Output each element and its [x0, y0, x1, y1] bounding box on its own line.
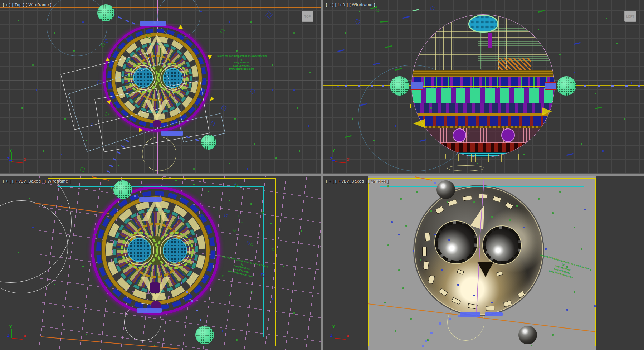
- navy-dot: [200, 11, 202, 12]
- green-dot: [229, 200, 230, 201]
- path-vertex-bead: [358, 85, 360, 87]
- green-dot: [193, 184, 195, 185]
- blue-cluster-south: [460, 312, 480, 317]
- navy-dot: [222, 330, 223, 332]
- trajectory-bead: [434, 182, 436, 184]
- wire-square: [430, 6, 434, 10]
- navy-dot: [416, 191, 418, 193]
- axis-y-label: Y: [332, 325, 335, 329]
- navy-dot: [531, 345, 532, 346]
- green-satellite-sphere: [557, 76, 576, 96]
- viewport-label-flyby-wire[interactable]: [ + ] [ FlyBy_Baked ] [ Wireframe ]: [3, 179, 71, 183]
- green-dot: [309, 72, 311, 73]
- green-dot: [616, 43, 618, 44]
- navy-dot: [420, 259, 421, 261]
- navy-dot: [566, 309, 568, 311]
- wire-circle: [261, 211, 264, 214]
- shaded-satellite-sphere: [436, 180, 455, 199]
- green-dot: [283, 266, 284, 267]
- docking-connector: [545, 82, 556, 90]
- navy-dot: [272, 298, 273, 300]
- wire-square: [80, 167, 85, 172]
- navy-dot: [509, 219, 511, 221]
- green-dot: [430, 107, 432, 109]
- pink-spline-v3: [282, 0, 282, 174]
- path-vertex-bead: [638, 85, 640, 87]
- meteor-dash: [385, 45, 392, 48]
- navy-dot: [308, 125, 309, 127]
- green-dot: [18, 252, 19, 253]
- viewport-label-left[interactable]: [ + ] [ Left ] [ Wireframe ]: [326, 3, 375, 7]
- navy-dot: [584, 209, 586, 210]
- axis-x-label: X: [347, 157, 349, 162]
- navy-dot: [413, 250, 414, 252]
- navy-dot: [293, 89, 295, 91]
- navy-dot: [402, 287, 404, 289]
- green-dot: [236, 50, 238, 52]
- purple-medallion: [453, 128, 466, 142]
- navy-dot: [447, 201, 448, 203]
- green-dot: [297, 107, 298, 109]
- blue-cluster-north: [139, 197, 162, 202]
- meteor-dash: [595, 107, 602, 110]
- viewport-flyby-wireframe[interactable]: [ + ] [ FlyBy_Baked ] [ Wireframe ] Crea…: [0, 176, 321, 350]
- axis-x-label: X: [24, 157, 26, 162]
- world-axis-tripod: Y X Z: [326, 326, 355, 344]
- viewport-label-top[interactable]: [ + ] [ Top ] [ Wireframe ]: [3, 3, 52, 7]
- navy-dot: [434, 234, 436, 235]
- trajectory-bead: [186, 291, 188, 293]
- wire-circle: [250, 243, 253, 246]
- viewport-label-flyby-shaded[interactable]: [ + ] [ FlyBy_Baked ] [ Shaded ]: [326, 179, 389, 183]
- green-satellite-sphere: [97, 4, 114, 21]
- green-dot: [559, 54, 561, 55]
- wire-circle: [233, 229, 236, 232]
- yellow-marker: [139, 128, 143, 132]
- meteor-dash: [373, 63, 380, 65]
- blue-cluster-south: [485, 312, 503, 316]
- trajectory-dash: [113, 158, 117, 161]
- yellow-gizmo-rect: [410, 104, 420, 108]
- green-dot: [86, 334, 87, 335]
- green-dot: [73, 50, 75, 52]
- viewport-top-wireframe[interactable]: [ + ] [ Top ] [ Wireframe ] TOP Y X Z: [0, 0, 321, 174]
- navy-dot: [574, 72, 575, 73]
- path-vertex-bead: [584, 85, 586, 87]
- navy-dot: [398, 234, 400, 235]
- axis-x-label: X: [24, 334, 26, 338]
- viewport-splitter-horizontal[interactable]: [0, 174, 644, 176]
- navy-dot: [36, 89, 37, 91]
- green-dot: [86, 140, 87, 141]
- wire-circle: [241, 222, 243, 224]
- green-dot: [234, 118, 236, 120]
- navy-dot: [405, 225, 407, 227]
- polar-cap: [468, 15, 498, 33]
- trajectory-bead: [200, 319, 201, 321]
- green-dot: [301, 230, 302, 232]
- docking-connector: [411, 82, 423, 90]
- green-dot: [477, 163, 478, 164]
- blue-cluster-south: [161, 131, 183, 136]
- ring-spline-edge-on: [447, 165, 484, 171]
- viewport-left-wireframe[interactable]: [ + ] [ Left ] [ Wireframe ]: [323, 0, 644, 174]
- trajectory-dash: [118, 16, 122, 19]
- navy-dot: [391, 221, 393, 223]
- green-dot: [111, 187, 112, 189]
- green-dot: [293, 312, 295, 314]
- path-vertex-bead: [345, 85, 347, 87]
- green-dot: [229, 163, 230, 164]
- navy-dot: [516, 205, 518, 207]
- green-dot: [250, 21, 252, 23]
- wire-circle: [272, 248, 274, 251]
- navy-dot: [272, 89, 273, 91]
- navy-dot: [82, 21, 84, 23]
- green-dot: [624, 118, 625, 120]
- viewport-flyby-shaded[interactable]: [ + ] [ FlyBy_Baked ] [ Shaded ] Created…: [323, 176, 644, 350]
- trajectory-bead: [449, 318, 451, 320]
- navy-dot: [473, 201, 475, 203]
- meteor-dash: [412, 9, 419, 12]
- viewcube[interactable]: TOP: [302, 11, 313, 22]
- viewcube[interactable]: LEFT: [624, 11, 636, 22]
- green-dot: [64, 118, 66, 120]
- yellow-marker: [208, 55, 212, 59]
- navy-dot: [448, 239, 450, 241]
